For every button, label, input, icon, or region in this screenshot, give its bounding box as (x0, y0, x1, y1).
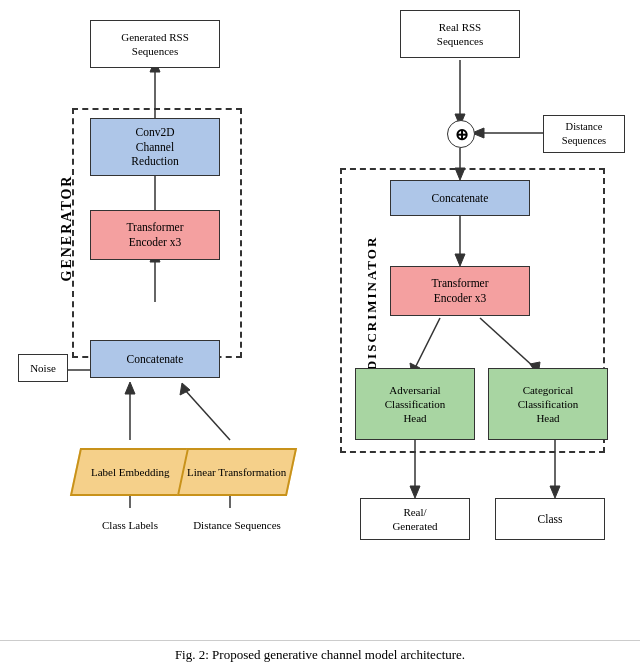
generated-rss-box: Generated RSS Sequences (90, 20, 220, 68)
distance-seq-disc-box: Distance Sequences (543, 115, 625, 153)
distance-seq-gen-box: Distance Sequences (182, 510, 292, 540)
linear-transform-box: Linear Transformation (177, 448, 297, 496)
class-labels-box: Class Labels (75, 510, 185, 540)
real-rss-box: Real RSS Sequences (400, 10, 520, 58)
diagram: GENERATOR Generated RSS Sequences Conv2D… (0, 0, 640, 640)
concatenate-gen-box: Concatenate (90, 340, 220, 378)
conv2d-box: Conv2D Channel Reduction (90, 118, 220, 176)
svg-line-12 (185, 390, 230, 440)
svg-marker-29 (410, 486, 420, 498)
concatenate-disc-box: Concatenate (390, 180, 530, 216)
plus-circle: ⊕ (447, 120, 475, 148)
svg-marker-31 (550, 486, 560, 498)
transformer-enc-gen-box: Transformer Encoder x3 (90, 210, 220, 260)
svg-marker-9 (125, 382, 135, 394)
label-embedding-box: Label Embedding (70, 448, 190, 496)
caption: Fig. 2: Proposed generative channel mode… (0, 640, 640, 669)
adversarial-head-box: Adversarial Classification Head (355, 368, 475, 440)
svg-marker-13 (180, 383, 190, 395)
real-generated-box: Real/ Generated (360, 498, 470, 540)
transformer-enc-disc-box: Transformer Encoder x3 (390, 266, 530, 316)
noise-box: Noise (18, 354, 68, 382)
class-out-box: Class (495, 498, 605, 540)
discriminator-label: DISCRIMINATOR (364, 236, 380, 371)
categorical-head-box: Categorical Classification Head (488, 368, 608, 440)
generator-label: GENERATOR (59, 175, 75, 282)
